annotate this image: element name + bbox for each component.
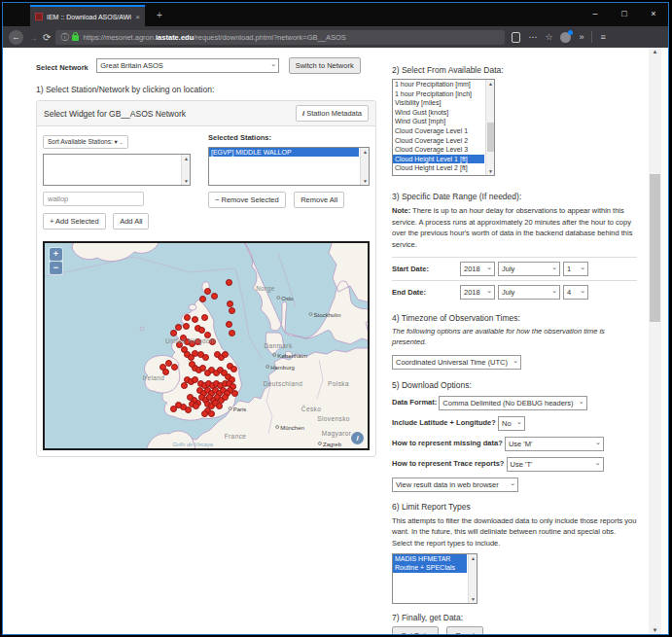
- station-metadata-button[interactable]: i Station Metadata: [296, 105, 369, 122]
- station-marker[interactable]: [226, 321, 232, 328]
- forward-button[interactable]: →: [28, 30, 38, 45]
- page-action-icon[interactable]: [512, 32, 520, 43]
- data-option[interactable]: Cloud Coverage Level 2: [393, 136, 484, 146]
- data-option[interactable]: Cloud Height Level 2 [ft]: [393, 163, 484, 173]
- selected-stations-list[interactable]: [EGVP] MIDDLE WALLOP ▲ ▼: [208, 147, 370, 186]
- remove-selected-button[interactable]: − Remove Selected: [208, 192, 286, 208]
- menu-icon[interactable]: ≡: [600, 32, 605, 42]
- station-marker[interactable]: [184, 314, 191, 321]
- data-option[interactable]: 1 hour Precipitation [mm]: [393, 80, 484, 89]
- scrollbar-thumb[interactable]: [650, 174, 660, 322]
- end-month-select[interactable]: July: [498, 285, 560, 300]
- map-label-country: Magyaror: [322, 429, 352, 436]
- station-marker[interactable]: [175, 324, 182, 331]
- data-option[interactable]: Visibility [miles]: [393, 98, 484, 108]
- data-option[interactable]: 1 hour Precipitation [inch]: [393, 89, 484, 99]
- more-actions-icon[interactable]: ⋯: [528, 32, 537, 42]
- station-marker[interactable]: [170, 406, 177, 412]
- station-marker[interactable]: [208, 410, 215, 417]
- selected-station-item[interactable]: [EGVP] MIDDLE WALLOP: [209, 148, 359, 158]
- station-marker[interactable]: [230, 366, 237, 372]
- trace-reports-select[interactable]: Use 'T': [507, 457, 604, 472]
- site-info-icon[interactable]: ⓘ: [60, 32, 68, 43]
- data-format-select[interactable]: Comma Delimited (No DEBUG headers): [439, 396, 586, 410]
- end-year-select[interactable]: 2018: [460, 285, 495, 300]
- start-month-select[interactable]: July: [498, 262, 560, 276]
- station-marker[interactable]: [229, 330, 235, 336]
- station-marker[interactable]: [216, 403, 223, 409]
- get-data-button[interactable]: Get Data: [392, 626, 439, 634]
- step4-note: The following options are available for …: [392, 326, 637, 348]
- station-marker[interactable]: [222, 394, 229, 401]
- station-marker[interactable]: [201, 314, 208, 321]
- station-marker[interactable]: [171, 364, 178, 371]
- add-selected-button[interactable]: + Add Selected: [43, 213, 106, 230]
- url-bar[interactable]: ⓘ https://mesonet.agron.iastate.edu/requ…: [55, 30, 505, 45]
- station-marker[interactable]: [185, 407, 192, 413]
- station-marker[interactable]: [189, 361, 195, 368]
- station-marker[interactable]: [227, 301, 233, 307]
- back-button[interactable]: ←: [9, 30, 23, 45]
- new-tab-button[interactable]: +: [157, 10, 162, 20]
- timezone-select[interactable]: Coordinated Universal Time (UTC): [392, 355, 521, 370]
- network-select[interactable]: Great Britain ASOS: [96, 58, 279, 73]
- end-day-select[interactable]: 4: [563, 285, 588, 300]
- station-marker[interactable]: [183, 323, 190, 330]
- overflow-icon[interactable]: »: [579, 32, 584, 42]
- station-marker[interactable]: [202, 354, 209, 361]
- tab-close-icon[interactable]: ×: [135, 13, 140, 21]
- station-marker[interactable]: [199, 296, 206, 302]
- station-marker[interactable]: [201, 410, 208, 417]
- station-marker[interactable]: [193, 403, 199, 409]
- station-marker[interactable]: [187, 394, 194, 401]
- reset-button[interactable]: Reset: [446, 626, 483, 634]
- zoom-in-button[interactable]: +: [50, 248, 62, 261]
- report-type-option[interactable]: MADIS HFMETAR: [393, 554, 467, 564]
- station-marker[interactable]: [204, 288, 211, 295]
- missing-data-select[interactable]: Use 'M': [505, 437, 604, 451]
- data-option[interactable]: Cloud Coverage Level 1: [393, 126, 484, 136]
- station-marker[interactable]: [170, 330, 177, 336]
- maximize-button[interactable]: □: [610, 3, 639, 26]
- bookmark-star-icon[interactable]: ☆: [545, 32, 552, 42]
- scroll-down-icon[interactable]: ▼: [649, 627, 661, 633]
- sort-stations-dropdown[interactable]: Sort Available Stations: ▾ ⌄: [43, 135, 128, 149]
- data-option-selected[interactable]: Cloud Height Level 1 [ft]: [393, 155, 484, 164]
- report-type-option[interactable]: Routine + SPECIals: [393, 563, 467, 573]
- data-option[interactable]: Wind Gust [mph]: [393, 117, 484, 126]
- station-marker[interactable]: [226, 279, 232, 286]
- station-filter-input[interactable]: [43, 192, 144, 206]
- station-marker[interactable]: [231, 390, 238, 397]
- attribution-icon[interactable]: i: [351, 432, 364, 444]
- latlon-select[interactable]: No: [498, 416, 525, 431]
- report-types-list[interactable]: MADIS HFMETAR Routine + SPECIals ▲ ▼: [392, 553, 477, 604]
- view-result-select[interactable]: View result data in web browser: [392, 478, 518, 492]
- available-data-list[interactable]: 1 hour Precipitation [mm] 1 hour Precipi…: [392, 79, 495, 176]
- station-marker[interactable]: [229, 307, 235, 314]
- close-button[interactable]: ×: [639, 3, 668, 26]
- zoom-out-button[interactable]: −: [50, 262, 62, 274]
- list-scrollbar[interactable]: ▲ ▼: [181, 155, 190, 185]
- start-day-select[interactable]: 1: [563, 262, 588, 276]
- station-marker[interactable]: [192, 316, 198, 323]
- station-marker[interactable]: [222, 351, 229, 358]
- remove-all-button[interactable]: Remove All: [294, 192, 344, 208]
- available-stations-list[interactable]: ▲ ▼: [43, 154, 191, 186]
- data-option[interactable]: Wind Gust [knots]: [393, 108, 484, 118]
- list-scrollbar[interactable]: ▲ ▼: [468, 554, 477, 603]
- account-icon[interactable]: [560, 32, 571, 43]
- data-option[interactable]: Cloud Coverage Level 3: [393, 145, 484, 155]
- page-scrollbar[interactable]: ▲ ▼: [649, 48, 661, 634]
- switch-network-button[interactable]: Switch to Network: [289, 57, 361, 74]
- start-year-select[interactable]: 2018: [460, 262, 495, 276]
- station-map[interactable]: NorgeOsloStockholmDanmarkKøbenhavnHambur…: [43, 241, 370, 450]
- scroll-up-icon[interactable]: ▲: [649, 49, 661, 54]
- station-marker[interactable]: [211, 293, 218, 300]
- browser-tab[interactable]: IEM :: Download ASOS/AWOS/ ×: [30, 5, 145, 26]
- minimize-button[interactable]: –: [581, 3, 610, 26]
- list-scrollbar[interactable]: ▲ ▼: [485, 80, 494, 175]
- reload-button[interactable]: ⟳: [43, 30, 51, 45]
- list-scrollbar[interactable]: ▲ ▼: [360, 148, 369, 185]
- station-marker[interactable]: [181, 382, 188, 389]
- add-all-button[interactable]: Add All: [113, 213, 149, 230]
